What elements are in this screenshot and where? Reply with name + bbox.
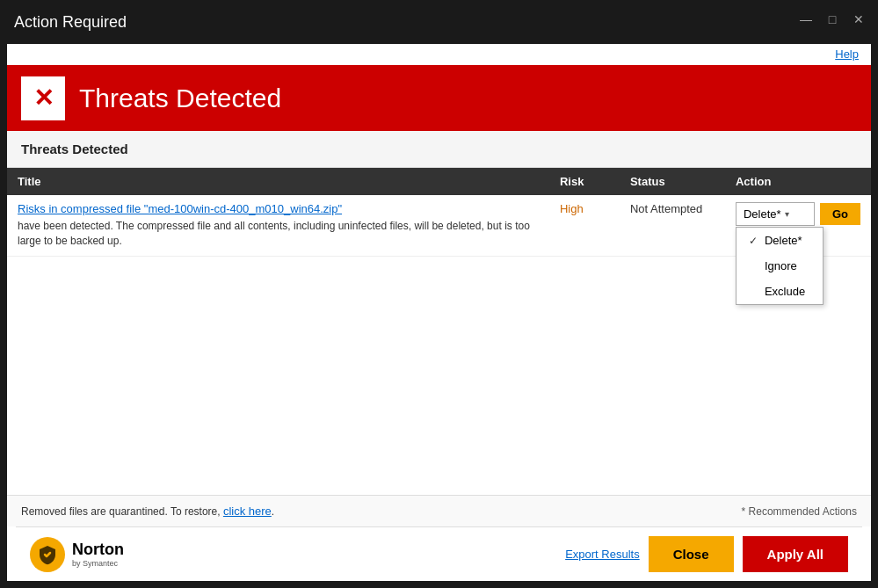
selected-action: Delete* bbox=[744, 207, 781, 221]
dropdown-item-delete[interactable]: ✓ Delete* bbox=[737, 228, 823, 253]
option-ignore: Ignore bbox=[765, 259, 797, 272]
table-container: Title Risk Status Action Risks in compre… bbox=[7, 168, 871, 495]
option-exclude: Exclude bbox=[765, 285, 805, 298]
close-button[interactable]: ✕ bbox=[848, 9, 869, 30]
dropdown-item-exclude[interactable]: Exclude bbox=[737, 279, 823, 304]
threat-icon: ✕ bbox=[21, 76, 65, 120]
note-prefix: Removed files are quarantined. To restor… bbox=[21, 505, 223, 518]
dropdown-container: Delete* ▾ ✓ Delete* bbox=[736, 202, 815, 226]
table-row: Risks in compressed file "med-100win-cd-… bbox=[7, 195, 871, 256]
risk-cell: High bbox=[549, 195, 620, 256]
maximize-button[interactable]: □ bbox=[822, 9, 843, 30]
apply-all-button[interactable]: Apply All bbox=[743, 536, 848, 572]
content-area: Help ✕ Threats Detected Threats Detected… bbox=[7, 44, 871, 581]
norton-name: Norton bbox=[72, 541, 124, 559]
recommended-note: * Recommended Actions bbox=[742, 505, 857, 518]
minimize-button[interactable]: — bbox=[795, 9, 816, 30]
col-title: Title bbox=[7, 168, 549, 195]
bottom-bar: Norton by Symantec Export Results Close … bbox=[16, 526, 862, 581]
window: Action Required — □ ✕ Help ✕ Threats Det… bbox=[0, 0, 878, 588]
bottom-actions: Export Results Close Apply All bbox=[565, 536, 848, 572]
norton-sub: by Symantec bbox=[72, 559, 124, 568]
threat-banner: ✕ Threats Detected bbox=[7, 65, 871, 131]
option-delete: Delete* bbox=[765, 234, 802, 247]
col-action: Action bbox=[725, 168, 871, 195]
table-header-row: Title Risk Status Action bbox=[7, 168, 871, 195]
action-row: Delete* ▾ ✓ Delete* bbox=[736, 202, 860, 226]
footer-note: Removed files are quarantined. To restor… bbox=[7, 495, 871, 526]
status-cell: Not Attempted bbox=[620, 195, 725, 256]
click-here-link[interactable]: click here bbox=[223, 505, 272, 518]
title-bar: Action Required — □ ✕ bbox=[0, 0, 878, 44]
close-button-main[interactable]: Close bbox=[649, 536, 734, 572]
col-status: Status bbox=[620, 168, 725, 195]
shield-svg bbox=[37, 544, 58, 565]
window-controls: — □ ✕ bbox=[795, 9, 869, 30]
action-dropdown[interactable]: Delete* ▾ bbox=[736, 202, 815, 226]
threats-table: Title Risk Status Action Risks in compre… bbox=[7, 168, 871, 257]
norton-shield-icon bbox=[30, 537, 65, 572]
window-title: Action Required bbox=[14, 13, 127, 32]
action-cell: Delete* ▾ ✓ Delete* bbox=[725, 195, 871, 256]
export-results-link[interactable]: Export Results bbox=[565, 548, 640, 561]
go-button[interactable]: Go bbox=[820, 203, 860, 225]
help-link[interactable]: Help bbox=[835, 47, 859, 61]
col-risk: Risk bbox=[549, 168, 620, 195]
banner-text: Threats Detected bbox=[79, 83, 281, 113]
section-heading: Threats Detected bbox=[7, 131, 871, 168]
norton-logo: Norton by Symantec bbox=[30, 537, 124, 572]
threat-file-link[interactable]: Risks in compressed file "med-100win-cd-… bbox=[18, 202, 342, 215]
dropdown-arrow-icon: ▾ bbox=[785, 209, 789, 219]
norton-text: Norton by Symantec bbox=[72, 541, 124, 568]
dropdown-item-ignore[interactable]: Ignore bbox=[737, 253, 823, 279]
checkmark-icon: ✓ bbox=[749, 235, 759, 247]
note-suffix: . bbox=[272, 505, 274, 518]
title-cell: Risks in compressed file "med-100win-cd-… bbox=[7, 195, 549, 256]
dropdown-menu: ✓ Delete* Ignore bbox=[736, 227, 824, 305]
quarantine-note: Removed files are quarantined. To restor… bbox=[21, 505, 274, 518]
threat-description: have been detected. The compressed file … bbox=[18, 219, 539, 249]
